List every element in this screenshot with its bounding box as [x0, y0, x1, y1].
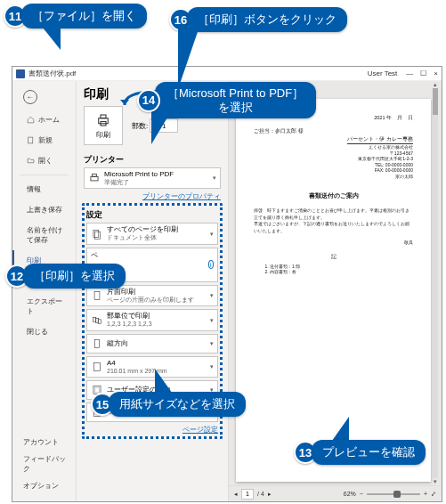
- preview-list: 送付書類：1 部 内容書類：各: [254, 264, 413, 274]
- sidebar-item-export[interactable]: エクスポート: [12, 291, 76, 321]
- home-icon: [27, 116, 35, 124]
- chevron-down-icon: ▾: [210, 231, 214, 238]
- sidebar-item-label: アカウント: [23, 437, 59, 447]
- preview-footer: ◂ / 4 ▸ 62% − + ⤢: [229, 485, 442, 501]
- window-minimize-button[interactable]: —: [406, 69, 413, 77]
- callout-pointer-icon: [39, 23, 61, 50]
- preview-zoom-controls: 62% − + ⤢: [344, 491, 436, 498]
- sidebar-item-new[interactable]: 新規: [12, 130, 76, 150]
- settings-section-label: 設定: [86, 209, 218, 221]
- new-doc-icon: [27, 136, 35, 144]
- sidebar-item-info[interactable]: 情報: [12, 179, 76, 199]
- preview-company-right: パーセント・伊 カレー専務: [347, 136, 413, 144]
- zoom-slider[interactable]: [367, 493, 420, 495]
- scrollbar-thumb[interactable]: [433, 88, 438, 115]
- page-icon: [91, 289, 103, 302]
- sidebar-item-label: 名前を付けて保存: [27, 225, 69, 245]
- document-title: 書類送付状.pdf: [28, 69, 76, 78]
- svg-rect-12: [95, 339, 100, 347]
- callout-pointer-icon: [151, 109, 173, 144]
- window-maximize-button[interactable]: ☐: [420, 69, 426, 77]
- preview-scrollbar[interactable]: ▴ ▾: [431, 81, 440, 485]
- printer-status: 準備完了: [104, 179, 174, 186]
- dd-main: 部単位で印刷: [107, 313, 152, 321]
- chevron-down-icon: ▾: [210, 340, 214, 347]
- dd-main: 縦方向: [107, 340, 128, 348]
- printer-section-label: プリンター: [84, 154, 221, 166]
- sidebar-item-label: 開く: [38, 156, 53, 166]
- sidebar-item-label: フィードバック: [23, 454, 69, 474]
- pager-next-icon[interactable]: ▸: [268, 491, 272, 498]
- printer-icon: [88, 172, 101, 184]
- callout-11: 11 ［ファイル］を開く: [4, 4, 147, 28]
- pager-total: / 4: [257, 491, 264, 497]
- dd-sub: 1,2,3 1,2,3 1,2,3: [107, 321, 152, 328]
- app-icon: [16, 69, 25, 78]
- print-button-label: 印刷: [96, 130, 110, 140]
- sidebar-item-account[interactable]: アカウント: [12, 434, 76, 451]
- sidebar-item-close[interactable]: 閉じる: [12, 321, 76, 342]
- callout-label: 用紙サイズなどを選択: [109, 392, 246, 417]
- titlebar: 書類送付状.pdf User Test — ☐ ×: [12, 67, 442, 81]
- dd-main: 片面印刷: [107, 289, 194, 297]
- sidebar-item-label: エクスポート: [27, 297, 69, 316]
- scroll-down-icon[interactable]: ▾: [434, 478, 437, 485]
- sidebar-item-label: 閉じる: [27, 327, 48, 337]
- callout-15: 15 用紙サイズなどを選択: [91, 367, 246, 392]
- folder-icon: [27, 157, 35, 165]
- preview-body-1: 拝啓 時下ますますご清栄のこととお喜び申し上げます。平素は格別のお引き立てを賜り…: [254, 207, 413, 221]
- preview-doc-title: 書類送付のご案内: [254, 191, 413, 200]
- collate-dropdown[interactable]: 部単位で印刷 1,2,3 1,2,3 1,2,3 ▾: [86, 309, 218, 330]
- sidebar-item-saveas[interactable]: 名前を付けて保存: [12, 220, 76, 250]
- printer-dropdown[interactable]: Microsoft Print to PDF 準備完了 ▾: [84, 167, 221, 189]
- page-range-dropdown[interactable]: すべてのページを印刷 ドキュメント全体 ▾: [86, 223, 218, 244]
- signed-in-user[interactable]: User Test: [368, 69, 398, 77]
- pages-icon: [91, 228, 103, 240]
- zoom-slider-thumb[interactable]: [393, 491, 401, 498]
- portrait-icon: [91, 337, 103, 350]
- sender-line: 家の太郎: [254, 174, 413, 180]
- back-arrow-icon: ←: [27, 93, 35, 102]
- preview-body-2: 早速ではございますが、下記の通り書類をお送りいたしますのでよろしくお願いいたしま…: [254, 221, 413, 234]
- callout-badge: 14: [137, 89, 160, 112]
- sidebar-item-label: 情報: [27, 184, 41, 194]
- svg-rect-2: [101, 115, 106, 118]
- page-setup-link[interactable]: ページ設定: [182, 425, 218, 435]
- pager-current-input[interactable]: [241, 489, 254, 500]
- sidebar-item-label: オプション: [23, 481, 59, 491]
- callout-label: ［印刷］を選択: [23, 264, 126, 289]
- svg-rect-8: [94, 292, 100, 300]
- svg-rect-1: [99, 118, 109, 123]
- sidebar-item-save[interactable]: 上書き保存: [12, 199, 76, 220]
- sidebar-item-open[interactable]: 開く: [12, 150, 76, 171]
- sidebar-item-label: 上書き保存: [27, 205, 62, 215]
- window-close-button[interactable]: ×: [434, 69, 438, 77]
- callout-16: 16 ［印刷］ボタンをクリック: [169, 7, 347, 32]
- zoom-in-icon[interactable]: +: [424, 491, 427, 497]
- pager-prev-icon[interactable]: ◂: [234, 491, 238, 498]
- printer-properties-link[interactable]: プリンターのプロパティ: [142, 191, 221, 201]
- copies-label: 部数:: [132, 121, 148, 131]
- chevron-down-icon: ▾: [213, 175, 216, 182]
- svg-rect-7: [95, 232, 101, 239]
- callout-14: 14 ［Microsoft Print to PDF］ を選択: [137, 82, 316, 118]
- back-button[interactable]: ←: [23, 90, 37, 104]
- orientation-dropdown[interactable]: 縦方向 ▾: [86, 334, 218, 354]
- scroll-up-icon[interactable]: ▴: [434, 81, 437, 88]
- zoom-out-icon[interactable]: −: [360, 491, 363, 497]
- preview-list-header: 記: [254, 254, 413, 260]
- fit-to-page-icon[interactable]: ⤢: [431, 491, 436, 498]
- dd-sub: ドキュメント全体: [107, 234, 178, 241]
- sidebar-item-options[interactable]: オプション: [12, 477, 76, 494]
- preview-recipient: ご担当：参口太郎 様: [254, 128, 413, 134]
- sidebar-item-label: 新規: [38, 135, 53, 145]
- sidebar-item-home[interactable]: ホーム: [12, 110, 76, 130]
- preview-closing: 敬具: [254, 240, 413, 245]
- sidebar-item-label: ホーム: [38, 115, 60, 125]
- callout-label: ［Microsoft Print to PDF］ を選択: [155, 82, 316, 118]
- info-icon[interactable]: i: [208, 260, 214, 269]
- zoom-value: 62%: [344, 491, 356, 497]
- preview-sender-block: えくせる家の株式会社 〒123-4567 東京都千代田区大手町1-2-3 TEL…: [254, 144, 413, 179]
- callout-13: 13 プレビューを確認: [294, 417, 426, 442]
- sidebar-item-feedback[interactable]: フィードバック: [12, 451, 76, 477]
